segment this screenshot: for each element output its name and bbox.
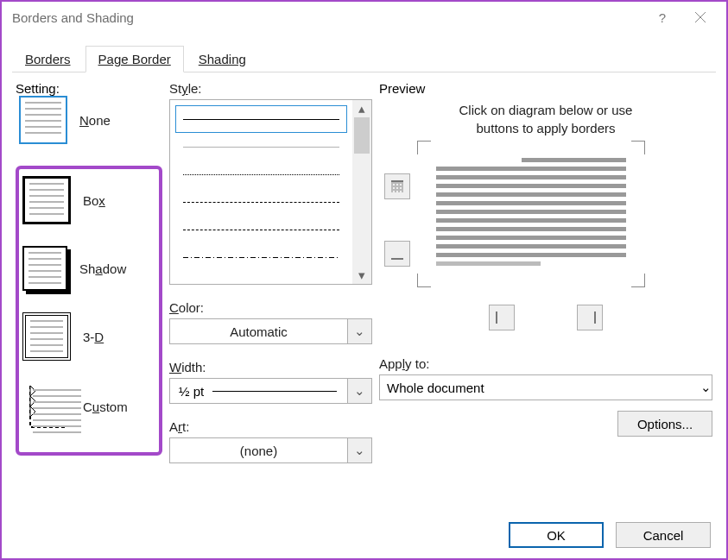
apply-to-dropdown[interactable]: Whole document ⌄	[379, 374, 712, 400]
setting-legend: Setting:	[16, 81, 60, 96]
style-scrollbar[interactable]: ▴ ▾	[352, 100, 371, 284]
titlebar: Borders and Shading ?	[2, 2, 726, 33]
art-label: Art:	[169, 419, 372, 434]
color-label: Color:	[169, 300, 372, 315]
preview-hint: Click on diagram below or usebuttons to …	[389, 101, 702, 137]
dialog-title: Borders and Shading	[9, 10, 643, 25]
crop-corner-br	[631, 274, 645, 287]
borders-shading-dialog: Borders and Shading ? Borders Page Borde…	[0, 0, 728, 560]
art-dropdown[interactable]: (none) ⌄	[169, 437, 372, 463]
options-button[interactable]: Options...	[617, 411, 712, 437]
scroll-down-icon[interactable]: ▾	[352, 267, 371, 284]
scroll-thumb[interactable]	[354, 117, 370, 154]
close-icon	[694, 11, 706, 23]
style-option-dash-wide[interactable]	[175, 216, 347, 243]
chevron-down-icon: ⌄	[354, 443, 365, 458]
chevron-down-icon: ⌄	[354, 324, 365, 339]
width-dropdown-button[interactable]: ⌄	[347, 379, 371, 403]
setting-box-icon	[22, 176, 71, 224]
chevron-down-icon: ⌄	[700, 380, 712, 394]
ok-button[interactable]: OK	[509, 522, 604, 548]
color-dropdown-button[interactable]: ⌄	[347, 319, 371, 343]
width-dropdown[interactable]: ½ pt ⌄	[169, 378, 372, 404]
setting-highlight-box: Box Shadow 3-D C	[16, 166, 162, 456]
setting-3d-icon	[22, 312, 71, 361]
setting-none[interactable]: None	[16, 96, 162, 144]
art-value: (none)	[170, 444, 347, 458]
close-button[interactable]	[681, 4, 719, 30]
border-right-icon	[584, 311, 596, 324]
preview-diagram[interactable]	[436, 153, 626, 275]
border-left-icon	[496, 311, 508, 324]
setting-box-label: Box	[83, 193, 105, 208]
style-option-solid[interactable]	[175, 105, 347, 133]
setting-3d-label: 3-D	[83, 330, 104, 344]
setting-shadow-icon	[22, 246, 67, 291]
border-bottom-icon	[391, 248, 403, 260]
setting-none-icon	[19, 96, 67, 144]
width-sample-line	[212, 391, 337, 392]
setting-3d[interactable]: 3-D	[19, 312, 159, 361]
crop-corner-tl	[417, 141, 431, 154]
setting-box[interactable]: Box	[19, 176, 159, 224]
tab-borders[interactable]: Borders	[12, 46, 84, 72]
style-listbox[interactable]: ▴ ▾	[169, 99, 372, 285]
border-top-button[interactable]	[384, 173, 410, 199]
style-option-dash-fine[interactable]	[175, 160, 347, 188]
border-left-button[interactable]	[489, 305, 515, 330]
color-value: Automatic	[170, 324, 347, 339]
style-option-thin[interactable]	[175, 133, 347, 160]
cancel-button[interactable]: Cancel	[616, 522, 711, 548]
help-button[interactable]: ?	[643, 4, 681, 30]
chevron-down-icon: ⌄	[354, 383, 365, 399]
crop-corner-tr	[631, 141, 645, 154]
setting-shadow[interactable]: Shadow	[19, 246, 159, 291]
tab-strip: Borders Page Border Shading	[12, 43, 716, 72]
setting-custom-label: Custom	[83, 400, 128, 414]
apply-to-value: Whole document	[380, 381, 700, 395]
art-dropdown-button[interactable]: ⌄	[347, 438, 371, 462]
preview-legend: Preview	[379, 81, 425, 96]
scroll-up-icon[interactable]: ▴	[352, 100, 371, 117]
setting-none-label: None	[79, 113, 111, 128]
style-label: Style:	[169, 81, 372, 96]
tab-page-border[interactable]: Page Border	[85, 46, 184, 72]
setting-shadow-label: Shadow	[79, 261, 126, 276]
apply-to-label: Apply to:	[379, 356, 712, 371]
crop-corner-bl	[417, 274, 431, 287]
color-dropdown[interactable]: Automatic ⌄	[169, 318, 372, 344]
border-right-button[interactable]	[577, 305, 603, 330]
apply-to-dropdown-button[interactable]: ⌄	[700, 380, 712, 395]
width-value: ½ pt	[174, 384, 204, 399]
setting-custom-icon	[22, 382, 71, 431]
setting-custom[interactable]: Custom	[19, 382, 159, 431]
border-bottom-button[interactable]	[384, 241, 410, 267]
style-option-dash[interactable]	[175, 188, 347, 216]
style-option-dashdot[interactable]	[175, 243, 347, 271]
border-top-icon	[391, 180, 403, 192]
width-label: Width:	[169, 360, 372, 374]
tab-shading[interactable]: Shading	[186, 46, 259, 72]
